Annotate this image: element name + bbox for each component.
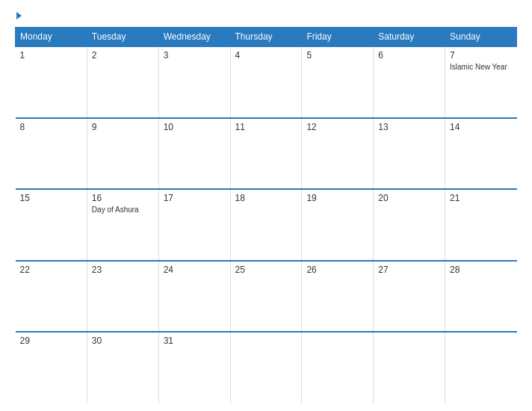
day-number: 14 bbox=[450, 122, 512, 132]
day-cell: 3 bbox=[158, 46, 230, 118]
day-number: 7 bbox=[450, 50, 512, 61]
weekday-header-friday: Friday bbox=[302, 28, 374, 47]
day-number: 20 bbox=[378, 193, 440, 203]
day-number: 10 bbox=[164, 122, 226, 132]
day-number: 9 bbox=[92, 122, 154, 132]
day-cell: 22 bbox=[16, 261, 87, 333]
day-number: 27 bbox=[378, 265, 440, 275]
day-cell: 4 bbox=[230, 46, 302, 118]
weekday-header-thursday: Thursday bbox=[230, 28, 302, 47]
day-cell: 6 bbox=[374, 46, 445, 118]
holiday-label: Islamic New Year bbox=[450, 62, 512, 72]
day-cell: 9 bbox=[87, 118, 158, 190]
day-number: 29 bbox=[20, 336, 82, 346]
calendar-header bbox=[15, 12, 517, 19]
day-cell: 20 bbox=[374, 189, 445, 261]
day-number: 4 bbox=[235, 50, 297, 61]
day-number: 24 bbox=[164, 265, 226, 275]
day-cell: 8 bbox=[16, 118, 87, 190]
day-cell: 25 bbox=[230, 261, 302, 333]
day-number: 31 bbox=[164, 336, 226, 346]
day-cell bbox=[445, 332, 517, 404]
day-cell: 29 bbox=[16, 332, 87, 404]
day-cell: 2 bbox=[87, 46, 158, 118]
day-cell: 16Day of Ashura bbox=[87, 189, 158, 261]
day-cell: 23 bbox=[87, 261, 158, 333]
day-cell: 1 bbox=[16, 46, 87, 118]
week-row-1: 1234567Islamic New Year bbox=[16, 46, 517, 118]
day-number: 30 bbox=[92, 336, 154, 346]
day-number: 2 bbox=[92, 50, 154, 61]
day-number: 6 bbox=[378, 50, 440, 61]
day-number: 8 bbox=[20, 122, 82, 132]
day-cell: 13 bbox=[374, 118, 445, 190]
logo bbox=[15, 12, 22, 19]
day-cell: 18 bbox=[230, 189, 302, 261]
calendar-table: MondayTuesdayWednesdayThursdayFridaySatu… bbox=[15, 27, 517, 404]
day-cell: 30 bbox=[87, 332, 158, 404]
day-number: 25 bbox=[235, 265, 297, 275]
weekday-header-sunday: Sunday bbox=[445, 28, 517, 47]
day-cell: 28 bbox=[445, 261, 517, 333]
week-row-2: 891011121314 bbox=[16, 118, 517, 190]
day-number: 13 bbox=[378, 122, 440, 132]
day-number: 18 bbox=[235, 193, 297, 203]
weekday-header-wednesday: Wednesday bbox=[158, 28, 230, 47]
weekday-header-tuesday: Tuesday bbox=[87, 28, 158, 47]
day-cell: 21 bbox=[445, 189, 517, 261]
day-cell: 27 bbox=[374, 261, 445, 333]
day-number: 5 bbox=[306, 50, 368, 61]
day-cell: 17 bbox=[158, 189, 230, 261]
weekday-header-monday: Monday bbox=[16, 28, 87, 47]
day-number: 16 bbox=[92, 193, 154, 203]
weekday-header-row: MondayTuesdayWednesdayThursdayFridaySatu… bbox=[16, 28, 517, 47]
day-cell: 15 bbox=[16, 189, 87, 261]
day-number: 12 bbox=[306, 122, 368, 132]
weekday-header-saturday: Saturday bbox=[374, 28, 445, 47]
day-cell: 24 bbox=[158, 261, 230, 333]
day-number: 11 bbox=[235, 122, 297, 132]
day-cell: 31 bbox=[158, 332, 230, 404]
day-cell: 26 bbox=[302, 261, 374, 333]
week-row-4: 22232425262728 bbox=[16, 261, 517, 333]
day-number: 3 bbox=[164, 50, 226, 61]
day-number: 22 bbox=[20, 265, 82, 275]
day-number: 1 bbox=[20, 50, 82, 61]
calendar-page: MondayTuesdayWednesdayThursdayFridaySatu… bbox=[0, 0, 532, 411]
logo-triangle-icon bbox=[16, 12, 22, 19]
logo-blue-text bbox=[15, 12, 22, 19]
day-number: 21 bbox=[450, 193, 512, 203]
day-cell: 7Islamic New Year bbox=[445, 46, 517, 118]
day-cell: 5 bbox=[302, 46, 374, 118]
day-cell: 11 bbox=[230, 118, 302, 190]
day-cell: 10 bbox=[158, 118, 230, 190]
day-cell: 14 bbox=[445, 118, 517, 190]
day-number: 26 bbox=[306, 265, 368, 275]
day-number: 23 bbox=[92, 265, 154, 275]
holiday-label: Day of Ashura bbox=[92, 205, 154, 214]
day-cell bbox=[302, 332, 374, 404]
week-row-3: 1516Day of Ashura1718192021 bbox=[16, 189, 517, 261]
day-number: 19 bbox=[306, 193, 368, 203]
day-number: 15 bbox=[20, 193, 82, 203]
day-number: 28 bbox=[450, 265, 512, 275]
day-cell bbox=[374, 332, 445, 404]
day-cell: 19 bbox=[302, 189, 374, 261]
day-cell bbox=[230, 332, 302, 404]
week-row-5: 293031 bbox=[16, 332, 517, 404]
day-number: 17 bbox=[164, 193, 226, 203]
day-cell: 12 bbox=[302, 118, 374, 190]
